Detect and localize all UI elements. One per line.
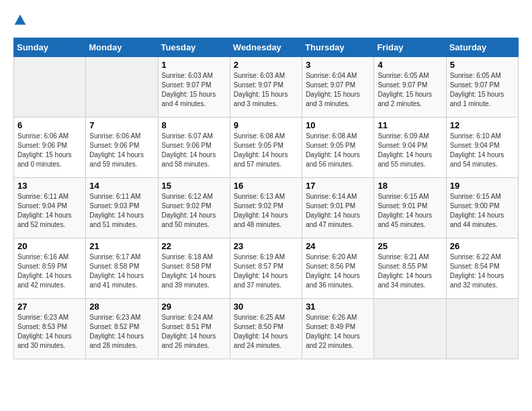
day-number: 10 — [306, 120, 370, 130]
day-number: 22 — [162, 241, 226, 251]
calendar-cell: 17Sunrise: 6:14 AM Sunset: 9:01 PM Dayli… — [302, 178, 374, 238]
day-info: Sunrise: 6:18 AM Sunset: 8:58 PM Dayligh… — [162, 253, 226, 290]
day-number: 18 — [378, 181, 442, 191]
day-info: Sunrise: 6:03 AM Sunset: 9:07 PM Dayligh… — [234, 71, 298, 109]
day-info: Sunrise: 6:11 AM Sunset: 9:03 PM Dayligh… — [89, 192, 154, 230]
calendar-cell: 23Sunrise: 6:19 AM Sunset: 8:57 PM Dayli… — [230, 238, 302, 299]
calendar-cell: 29Sunrise: 6:24 AM Sunset: 8:51 PM Dayli… — [158, 299, 230, 359]
day-number: 5 — [450, 60, 515, 70]
calendar-cell: 7Sunrise: 6:06 AM Sunset: 9:06 PM Daylig… — [86, 118, 158, 178]
day-info: Sunrise: 6:08 AM Sunset: 9:05 PM Dayligh… — [234, 132, 298, 169]
day-number: 30 — [234, 302, 298, 312]
weekday-header: Wednesday — [230, 38, 302, 57]
calendar-cell: 14Sunrise: 6:11 AM Sunset: 9:03 PM Dayli… — [86, 178, 158, 238]
calendar-cell: 9Sunrise: 6:08 AM Sunset: 9:05 PM Daylig… — [230, 118, 302, 178]
day-number: 9 — [234, 120, 298, 130]
calendar-table: SundayMondayTuesdayWednesdayThursdayFrid… — [13, 38, 519, 359]
day-info: Sunrise: 6:22 AM Sunset: 8:54 PM Dayligh… — [450, 253, 515, 290]
calendar-cell: 11Sunrise: 6:09 AM Sunset: 9:04 PM Dayli… — [374, 118, 446, 178]
day-number: 17 — [306, 181, 370, 191]
day-number: 8 — [162, 120, 226, 130]
calendar-cell: 4Sunrise: 6:05 AM Sunset: 9:07 PM Daylig… — [374, 57, 446, 118]
calendar-body: 1Sunrise: 6:03 AM Sunset: 9:07 PM Daylig… — [14, 57, 519, 359]
calendar-week-row: 27Sunrise: 6:23 AM Sunset: 8:53 PM Dayli… — [14, 299, 519, 359]
day-number: 16 — [234, 181, 298, 191]
day-info: Sunrise: 6:21 AM Sunset: 8:55 PM Dayligh… — [378, 253, 442, 290]
day-number: 25 — [378, 241, 442, 251]
calendar-cell: 24Sunrise: 6:20 AM Sunset: 8:56 PM Dayli… — [302, 238, 374, 299]
calendar-cell: 2Sunrise: 6:03 AM Sunset: 9:07 PM Daylig… — [230, 57, 302, 118]
calendar-cell: 21Sunrise: 6:17 AM Sunset: 8:58 PM Dayli… — [86, 238, 158, 299]
day-info: Sunrise: 6:07 AM Sunset: 9:06 PM Dayligh… — [162, 132, 226, 169]
day-number: 29 — [162, 302, 226, 312]
day-number: 23 — [234, 241, 298, 251]
calendar-cell: 5Sunrise: 6:05 AM Sunset: 9:07 PM Daylig… — [446, 57, 518, 118]
calendar-cell: 26Sunrise: 6:22 AM Sunset: 8:54 PM Dayli… — [446, 238, 518, 299]
day-info: Sunrise: 6:23 AM Sunset: 8:52 PM Dayligh… — [89, 313, 154, 351]
calendar-cell: 18Sunrise: 6:15 AM Sunset: 9:01 PM Dayli… — [374, 178, 446, 238]
weekday-header: Sunday — [14, 38, 86, 57]
calendar-cell: 20Sunrise: 6:16 AM Sunset: 8:59 PM Dayli… — [14, 238, 86, 299]
calendar-cell: 1Sunrise: 6:03 AM Sunset: 9:07 PM Daylig… — [158, 57, 230, 118]
calendar-cell: 3Sunrise: 6:04 AM Sunset: 9:07 PM Daylig… — [302, 57, 374, 118]
day-info: Sunrise: 6:04 AM Sunset: 9:07 PM Dayligh… — [306, 71, 370, 109]
logo-icon — [13, 13, 27, 27]
weekday-header: Friday — [374, 38, 446, 57]
day-number: 4 — [378, 60, 442, 70]
weekday-header: Saturday — [446, 38, 518, 57]
day-number: 19 — [450, 181, 515, 191]
day-number: 20 — [17, 241, 82, 251]
day-number: 21 — [89, 241, 154, 251]
day-info: Sunrise: 6:24 AM Sunset: 8:51 PM Dayligh… — [162, 313, 226, 351]
svg-marker-0 — [15, 15, 26, 25]
day-info: Sunrise: 6:03 AM Sunset: 9:07 PM Dayligh… — [162, 71, 226, 109]
weekday-header: Monday — [86, 38, 158, 57]
day-info: Sunrise: 6:15 AM Sunset: 9:01 PM Dayligh… — [378, 192, 442, 230]
day-info: Sunrise: 6:12 AM Sunset: 9:02 PM Dayligh… — [162, 192, 226, 230]
day-number: 6 — [17, 120, 82, 130]
calendar-cell: 22Sunrise: 6:18 AM Sunset: 8:58 PM Dayli… — [158, 238, 230, 299]
day-info: Sunrise: 6:16 AM Sunset: 8:59 PM Dayligh… — [17, 253, 82, 290]
day-number: 12 — [450, 120, 515, 130]
calendar-cell — [374, 299, 446, 359]
day-info: Sunrise: 6:11 AM Sunset: 9:04 PM Dayligh… — [17, 192, 82, 230]
weekday-row: SundayMondayTuesdayWednesdayThursdayFrid… — [14, 38, 519, 57]
day-number: 3 — [306, 60, 370, 70]
calendar-cell: 10Sunrise: 6:08 AM Sunset: 9:05 PM Dayli… — [302, 118, 374, 178]
calendar-cell — [14, 57, 86, 118]
calendar-cell: 28Sunrise: 6:23 AM Sunset: 8:52 PM Dayli… — [86, 299, 158, 359]
day-info: Sunrise: 6:06 AM Sunset: 9:06 PM Dayligh… — [89, 132, 154, 169]
day-number: 7 — [89, 120, 154, 130]
day-number: 27 — [17, 302, 82, 312]
day-info: Sunrise: 6:17 AM Sunset: 8:58 PM Dayligh… — [89, 253, 154, 290]
day-number: 11 — [378, 120, 442, 130]
calendar-cell: 19Sunrise: 6:15 AM Sunset: 9:00 PM Dayli… — [446, 178, 518, 238]
calendar-cell: 16Sunrise: 6:13 AM Sunset: 9:02 PM Dayli… — [230, 178, 302, 238]
day-info: Sunrise: 6:08 AM Sunset: 9:05 PM Dayligh… — [306, 132, 370, 169]
weekday-header: Tuesday — [158, 38, 230, 57]
day-number: 28 — [89, 302, 154, 312]
calendar-cell — [446, 299, 518, 359]
day-info: Sunrise: 6:20 AM Sunset: 8:56 PM Dayligh… — [306, 253, 370, 290]
calendar-week-row: 20Sunrise: 6:16 AM Sunset: 8:59 PM Dayli… — [14, 238, 519, 299]
day-number: 31 — [306, 302, 370, 312]
calendar-cell: 13Sunrise: 6:11 AM Sunset: 9:04 PM Dayli… — [14, 178, 86, 238]
calendar-week-row: 6Sunrise: 6:06 AM Sunset: 9:06 PM Daylig… — [14, 118, 519, 178]
calendar-cell: 15Sunrise: 6:12 AM Sunset: 9:02 PM Dayli… — [158, 178, 230, 238]
day-number: 24 — [306, 241, 370, 251]
day-info: Sunrise: 6:15 AM Sunset: 9:00 PM Dayligh… — [450, 192, 515, 230]
day-info: Sunrise: 6:23 AM Sunset: 8:53 PM Dayligh… — [17, 313, 82, 351]
calendar-cell: 30Sunrise: 6:25 AM Sunset: 8:50 PM Dayli… — [230, 299, 302, 359]
calendar-week-row: 13Sunrise: 6:11 AM Sunset: 9:04 PM Dayli… — [14, 178, 519, 238]
calendar-cell: 31Sunrise: 6:26 AM Sunset: 8:49 PM Dayli… — [302, 299, 374, 359]
day-info: Sunrise: 6:10 AM Sunset: 9:04 PM Dayligh… — [450, 132, 515, 169]
calendar-cell: 6Sunrise: 6:06 AM Sunset: 9:06 PM Daylig… — [14, 118, 86, 178]
page-header — [13, 13, 519, 27]
day-info: Sunrise: 6:19 AM Sunset: 8:57 PM Dayligh… — [234, 253, 298, 290]
day-info: Sunrise: 6:25 AM Sunset: 8:50 PM Dayligh… — [234, 313, 298, 351]
calendar-cell — [86, 57, 158, 118]
logo — [13, 13, 30, 27]
day-number: 1 — [162, 60, 226, 70]
calendar-week-row: 1Sunrise: 6:03 AM Sunset: 9:07 PM Daylig… — [14, 57, 519, 118]
weekday-header: Thursday — [302, 38, 374, 57]
